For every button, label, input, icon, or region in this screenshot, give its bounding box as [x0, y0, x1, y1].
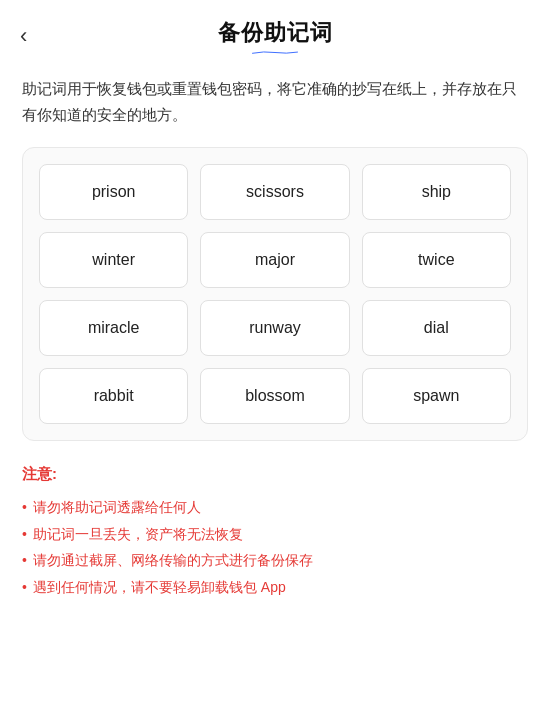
mnemonic-word: blossom: [200, 368, 349, 424]
title-wrapper: 备份助记词: [218, 18, 333, 54]
notice-title: 注意:: [22, 465, 528, 484]
back-button[interactable]: ‹: [20, 23, 27, 49]
mnemonic-word: winter: [39, 232, 188, 288]
mnemonic-grid-container: prisonscissorsshipwintermajortwicemiracl…: [22, 147, 528, 441]
page-title: 备份助记词: [218, 18, 333, 48]
notice-list: 请勿将助记词透露给任何人助记词一旦丢失，资产将无法恢复请勿通过截屏、网络传输的方…: [22, 494, 528, 600]
mnemonic-word: prison: [39, 164, 188, 220]
title-underline-decoration: [206, 51, 344, 54]
mnemonic-word: scissors: [200, 164, 349, 220]
mnemonic-word: twice: [362, 232, 511, 288]
mnemonic-word: major: [200, 232, 349, 288]
mnemonic-word: miracle: [39, 300, 188, 356]
mnemonic-word: dial: [362, 300, 511, 356]
mnemonic-word: spawn: [362, 368, 511, 424]
notice-item: 遇到任何情况，请不要轻易卸载钱包 App: [22, 574, 528, 601]
header: ‹ 备份助记词: [0, 0, 550, 66]
notice-item: 助记词一旦丢失，资产将无法恢复: [22, 521, 528, 548]
notice-item: 请勿将助记词透露给任何人: [22, 494, 528, 521]
notice-section: 注意: 请勿将助记词透露给任何人助记词一旦丢失，资产将无法恢复请勿通过截屏、网络…: [0, 441, 550, 620]
description-text: 助记词用于恢复钱包或重置钱包密码，将它准确的抄写在纸上，并存放在只有你知道的安全…: [0, 66, 550, 147]
mnemonic-word: rabbit: [39, 368, 188, 424]
notice-item: 请勿通过截屏、网络传输的方式进行备份保存: [22, 547, 528, 574]
mnemonic-grid: prisonscissorsshipwintermajortwicemiracl…: [39, 164, 511, 424]
mnemonic-word: ship: [362, 164, 511, 220]
mnemonic-word: runway: [200, 300, 349, 356]
